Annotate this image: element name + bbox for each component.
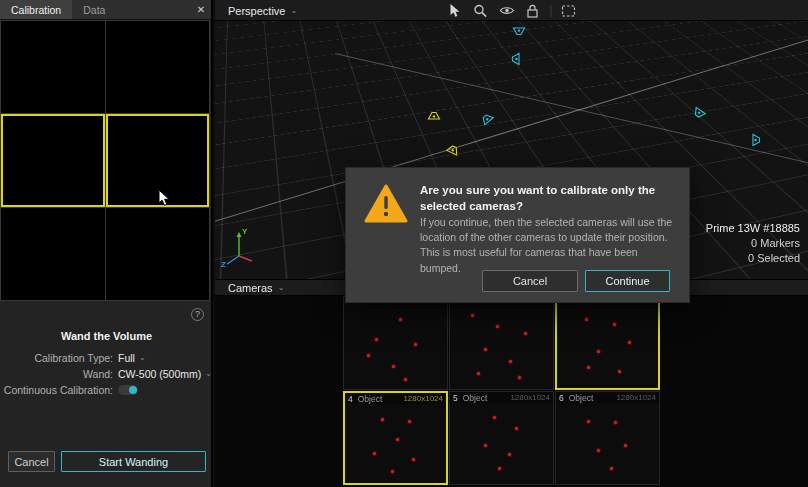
application-window: Calibration Data ✕ ? Wand the Volume Cal… [0, 0, 808, 487]
marker-dot [610, 467, 613, 470]
confirmation-dialog: Are you sure you want to calibrate only … [345, 167, 690, 303]
camera-resolution: 1280x1024 [510, 393, 550, 402]
marker-dot [515, 427, 518, 430]
camera-preview-cell[interactable] [1, 208, 105, 300]
dialog-title: Are you sure you want to calibrate only … [420, 182, 678, 214]
camera-mode-label: Object [463, 393, 488, 403]
selection-info: Prime 13W #18885 0 Markers 0 Selected [706, 221, 800, 266]
select-tool-icon[interactable] [446, 2, 463, 19]
camera-preview-cell[interactable] [106, 208, 210, 300]
camera-glyph[interactable] [476, 108, 499, 131]
camera-resolution: 1280x1024 [403, 394, 443, 403]
help-icon[interactable]: ? [191, 308, 204, 321]
camera-glyph[interactable] [442, 139, 463, 160]
dialog-cancel-button[interactable]: Cancel [482, 270, 578, 292]
calibration-type-label: Calibration Type: [0, 352, 118, 364]
camera-preview-grid [0, 20, 210, 301]
chevron-down-icon: ⌄ [278, 284, 285, 292]
wand-label: Wand: [0, 368, 118, 380]
camera-glyph[interactable] [426, 108, 442, 124]
camera-mode-label: Object [358, 394, 383, 404]
marquee-tool-icon[interactable] [560, 2, 577, 19]
tool-group [446, 0, 577, 21]
camera-preview-cell[interactable] [106, 21, 210, 113]
marker-dot [373, 452, 376, 455]
marker-dot [477, 372, 480, 375]
camera-thumbnail[interactable] [449, 296, 554, 390]
chevron-down-icon: ⌄ [290, 7, 297, 15]
marker-dot [613, 323, 616, 326]
marker-dot [471, 314, 474, 317]
camera-thumbnail[interactable]: 6Object1280x1024 [555, 391, 660, 485]
camera-glyph[interactable] [511, 23, 527, 39]
marker-dot [392, 365, 395, 368]
marker-dot [367, 354, 370, 357]
marker-dot [585, 318, 588, 321]
camera-thumbnail[interactable]: 5Object1280x1024 [449, 391, 554, 485]
continuous-calibration-row: Continuous Calibration: [0, 383, 213, 397]
marker-dot [509, 360, 512, 363]
camera-thumbnail-header: 5Object1280x1024 [450, 392, 553, 403]
cameras-view-selector[interactable]: Cameras ⌄ [228, 280, 284, 295]
chevron-down-icon: ⌄ [139, 354, 146, 362]
marker-dot [597, 350, 600, 353]
cameras-grid: 4Object1280x10245Object1280x10246Object1… [215, 296, 808, 487]
camera-mode-label: Object [569, 393, 594, 403]
marker-dot [524, 332, 527, 335]
continuous-calibration-label: Continuous Calibration: [0, 384, 118, 396]
marker-dot [408, 420, 411, 423]
calibration-type-row: Calibration Type: Full ⌄ [0, 351, 213, 365]
visibility-tool-icon[interactable] [498, 2, 515, 19]
marker-dot [624, 444, 627, 447]
chevron-down-icon: ⌄ [205, 370, 212, 378]
tab-data[interactable]: Data [72, 0, 116, 19]
marker-dot [587, 420, 590, 423]
marker-dot [396, 438, 399, 441]
calibration-panel: Calibration Data ✕ ? Wand the Volume Cal… [0, 0, 213, 487]
marker-dot [484, 444, 487, 447]
marker-dot [508, 453, 511, 456]
camera-number: 4 [348, 394, 353, 404]
marker-dot [498, 467, 501, 470]
marker-dot [381, 418, 384, 421]
tab-calibration[interactable]: Calibration [0, 0, 72, 19]
toggle-knob [129, 386, 137, 394]
wand-dropdown[interactable]: CW-500 (500mm) ⌄ [118, 368, 212, 380]
lock-tool-icon[interactable] [524, 2, 541, 19]
camera-thumbnail-header: 6Object1280x1024 [556, 392, 659, 403]
marker-dot [375, 338, 378, 341]
y-axis-label: Y [242, 227, 247, 236]
camera-thumbnail[interactable] [343, 296, 448, 390]
camera-preview-cell-selected[interactable] [1, 114, 105, 206]
marker-dot [618, 370, 621, 373]
marker-dot [628, 341, 631, 344]
marker-dot [391, 470, 394, 473]
camera-thumbnail[interactable]: 4Object1280x1024 [343, 391, 448, 485]
marker-dot [414, 343, 417, 346]
cancel-button[interactable]: Cancel [8, 451, 55, 472]
camera-glyph[interactable] [748, 132, 764, 148]
camera-glyph[interactable] [688, 102, 710, 124]
marker-count: 0 Markers [706, 236, 800, 251]
marker-dot [493, 416, 496, 419]
warning-icon [364, 184, 408, 226]
marker-dot [587, 366, 590, 369]
z-axis-label: Z [221, 260, 226, 269]
panel-tab-bar: Calibration Data ✕ [0, 0, 211, 20]
camera-glyph[interactable] [508, 51, 524, 67]
zoom-tool-icon[interactable] [472, 2, 489, 19]
start-wanding-button[interactable]: Start Wanding [61, 451, 206, 472]
dialog-continue-button[interactable]: Continue [585, 270, 670, 292]
marker-dot [404, 378, 407, 381]
view-selector[interactable]: Perspective ⌄ [228, 0, 297, 21]
continuous-calibration-toggle[interactable] [118, 385, 138, 395]
section-title: Wand the Volume [0, 330, 213, 342]
marker-dot [399, 318, 402, 321]
camera-preview-cell[interactable] [1, 21, 105, 113]
marker-dot [412, 458, 415, 461]
calibration-type-dropdown[interactable]: Full ⌄ [118, 352, 146, 364]
close-icon[interactable]: ✕ [191, 0, 211, 19]
camera-thumbnail[interactable] [555, 296, 660, 390]
camera-number: 6 [559, 393, 564, 403]
marker-dot [614, 421, 617, 424]
